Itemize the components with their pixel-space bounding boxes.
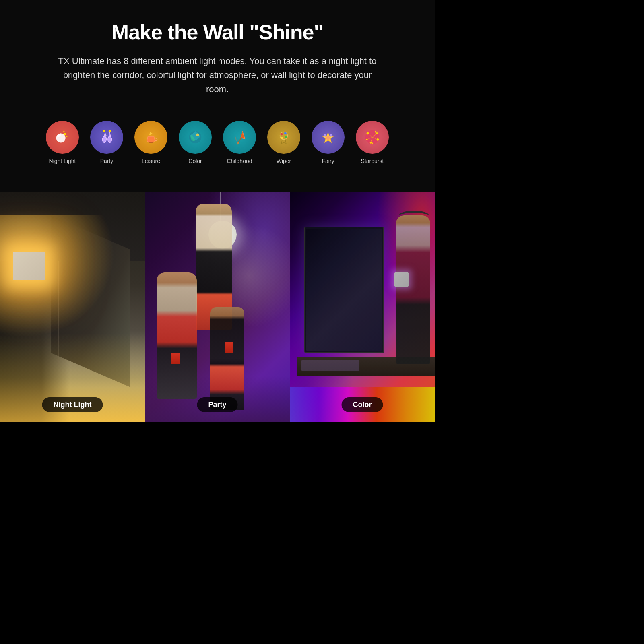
svg-point-26 [372, 142, 373, 144]
mode-item-night-light[interactable]: Night Light [44, 121, 80, 164]
night-light-label: Night Light [49, 158, 76, 164]
night-light-scene [0, 192, 145, 422]
svg-point-4 [102, 136, 106, 142]
svg-line-11 [238, 138, 241, 142]
party-scene [145, 192, 290, 422]
party-panel: Party [145, 192, 290, 422]
svg-point-1 [64, 133, 66, 135]
mode-item-party[interactable]: Party [89, 121, 125, 164]
svg-point-6 [103, 130, 105, 132]
fairy-icon [312, 121, 345, 154]
svg-point-3 [63, 131, 65, 132]
svg-point-25 [375, 131, 376, 132]
svg-point-13 [280, 132, 287, 139]
svg-point-14 [280, 133, 283, 135]
starburst-icon [356, 121, 389, 154]
leisure-label: Leisure [142, 158, 160, 164]
modes-row: Night Light Party [24, 113, 411, 180]
party-label: Party [100, 158, 114, 164]
svg-point-2 [66, 136, 68, 137]
svg-rect-8 [149, 142, 153, 143]
svg-point-16 [285, 136, 287, 138]
childhood-icon [223, 121, 256, 154]
mode-item-wiper[interactable]: Wiper [266, 121, 302, 164]
wiper-label: Wiper [277, 158, 291, 164]
svg-point-18 [326, 136, 330, 140]
mode-item-fairy[interactable]: Fairy [310, 121, 346, 164]
night-light-icon [46, 121, 79, 154]
fairy-label: Fairy [322, 158, 334, 164]
mode-item-color[interactable]: Color [177, 121, 213, 164]
party-photo-label: Party [197, 397, 237, 412]
mode-item-starburst[interactable]: Starburst [354, 121, 390, 164]
wiper-icon [267, 121, 300, 154]
mode-item-leisure[interactable]: Leisure [133, 121, 169, 164]
party-icon [90, 121, 123, 154]
svg-point-5 [108, 136, 112, 142]
svg-point-23 [377, 138, 379, 140]
color-panel: Color [290, 192, 435, 422]
svg-point-7 [109, 130, 111, 132]
svg-point-15 [284, 132, 287, 134]
svg-point-17 [281, 137, 283, 139]
leisure-icon [134, 121, 167, 154]
color-label: Color [188, 158, 202, 164]
night-light-photo-label: Night Light [42, 397, 103, 412]
page-title: Make the Wall "Shine" [24, 20, 411, 44]
photos-section: Night Light Party [0, 192, 435, 422]
svg-point-12 [237, 142, 239, 144]
page-subtitle: TX Ultimate has 8 different ambient ligh… [56, 54, 378, 97]
hero-section: Make the Wall "Shine" TX Ultimate has 8 … [0, 0, 435, 192]
svg-point-10 [196, 133, 199, 136]
childhood-label: Childhood [227, 158, 252, 164]
night-light-panel: Night Light [0, 192, 145, 422]
color-photo-label: Color [342, 397, 383, 412]
color-icon [179, 121, 212, 154]
starburst-label: Starburst [361, 158, 384, 164]
color-scene [290, 192, 435, 422]
mode-item-childhood[interactable]: Childhood [221, 121, 258, 164]
